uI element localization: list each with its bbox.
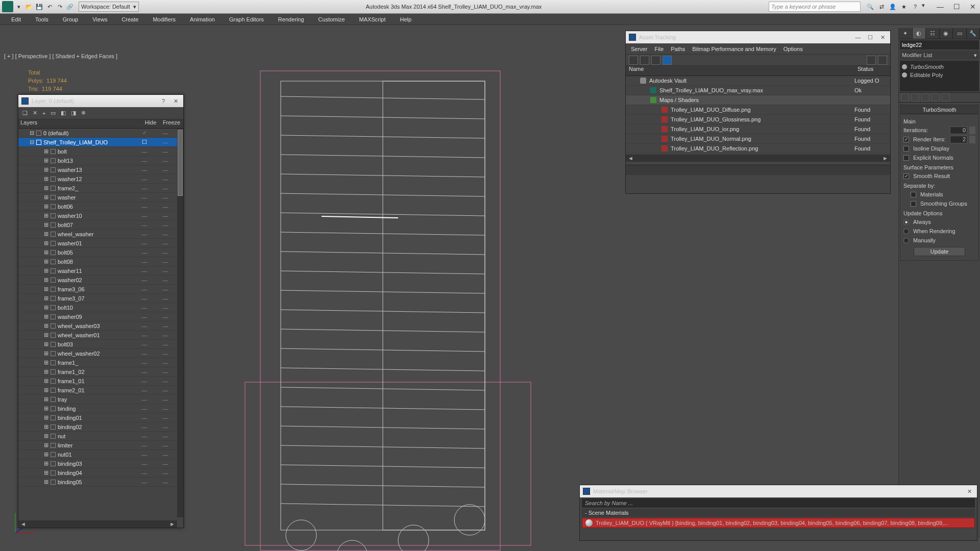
- material-section-header[interactable]: - Scene Materials: [582, 509, 975, 517]
- freeze-layer-icon[interactable]: ❄: [81, 110, 86, 116]
- asset-row[interactable]: Shelf_Trolley_LIAM_DUO_max_vray.maxOk: [626, 86, 890, 95]
- col-freeze[interactable]: Freeze: [160, 119, 183, 128]
- layer-row[interactable]: ⊞binding04——: [18, 468, 177, 478]
- render-iters-spinner-buttons[interactable]: [969, 136, 975, 143]
- layer-row[interactable]: ⊞frame2_01——: [18, 386, 177, 395]
- display-tab-icon[interactable]: ▭: [953, 28, 967, 39]
- viewport-label[interactable]: [ + ] [ Perspective ] [ Shaded + Edged F…: [4, 53, 117, 59]
- new-icon[interactable]: ▾: [14, 2, 23, 11]
- material-search-input[interactable]: Search by Name ...: [582, 498, 975, 508]
- create-tab-icon[interactable]: ✦: [899, 28, 913, 39]
- layer-row[interactable]: ⊞wheel_washer01——: [18, 331, 177, 340]
- asset-row[interactable]: Autodesk VaultLogged O: [626, 76, 890, 86]
- asset-list[interactable]: Autodesk VaultLogged OShelf_Trolley_LIAM…: [626, 76, 890, 154]
- layer-row[interactable]: ⊞wheel_washer——: [18, 230, 177, 239]
- layer-row[interactable]: ⊞frame1_01——: [18, 377, 177, 386]
- menu-views[interactable]: Views: [85, 16, 114, 22]
- asset-detail-view-icon[interactable]: [663, 56, 672, 65]
- stack-item[interactable]: TurboSmooth: [902, 63, 977, 71]
- render-iters-spinner[interactable]: 2: [950, 136, 967, 143]
- menu-edit[interactable]: Edit: [4, 16, 28, 22]
- workspace-selector[interactable]: Workspace: Default ▾: [79, 2, 139, 12]
- layer-row[interactable]: ⊞washer10——: [18, 211, 177, 220]
- stack-item[interactable]: Editable Poly: [902, 71, 977, 79]
- layer-row[interactable]: ⊞bolt05——: [18, 248, 177, 257]
- help-search-input[interactable]: Type a keyword or phrase: [769, 2, 861, 12]
- asset-title-bar[interactable]: Asset Tracking — ☐ ✕: [626, 31, 890, 43]
- asset-row[interactable]: Trolley_LIAM_DUO_Diffuse.pngFound: [626, 105, 890, 115]
- menu-modifiers[interactable]: Modifiers: [145, 16, 183, 22]
- material-close-button[interactable]: ✕: [965, 488, 974, 495]
- bulb-icon[interactable]: [902, 72, 907, 78]
- hide-layer-icon[interactable]: ◨: [71, 110, 76, 116]
- material-title-bar[interactable]: Material/Map Browser ✕: [580, 485, 977, 497]
- layer-tree[interactable]: ⊟0 (default)✓—⊟Shelf_Trolley_LIAM_DUO☐—⊞…: [18, 129, 177, 517]
- save-icon[interactable]: 💾: [35, 2, 44, 11]
- asset-max-button[interactable]: ☐: [866, 34, 875, 41]
- materials-checkbox[interactable]: [911, 192, 916, 197]
- maximize-button[interactable]: ☐: [951, 3, 962, 11]
- menu-tools[interactable]: Tools: [28, 16, 56, 22]
- layer-row[interactable]: ⊞frame1_——: [18, 358, 177, 367]
- rollout-header[interactable]: TurboSmooth: [900, 105, 978, 114]
- layer-row[interactable]: ⊞wheel_washer03——: [18, 321, 177, 331]
- bulb-icon[interactable]: [902, 64, 907, 69]
- layer-row[interactable]: ⊞washer13——: [18, 165, 177, 174]
- manually-radio[interactable]: [903, 238, 909, 243]
- asset-row[interactable]: Trolley_LIAM_DUO_Normal.pngFound: [626, 134, 890, 144]
- delete-layer-icon[interactable]: ✕: [33, 110, 37, 116]
- highlight-layer-icon[interactable]: ◧: [61, 110, 66, 116]
- modifier-stack[interactable]: TurboSmoothEditable Poly: [900, 61, 979, 91]
- favorite-icon[interactable]: ★: [899, 2, 909, 11]
- iterations-spinner[interactable]: 0: [950, 127, 967, 134]
- layer-row[interactable]: ⊞bolt06——: [18, 202, 177, 211]
- asset-row[interactable]: Trolley_LIAM_DUO_Reflection.pngFound: [626, 144, 890, 154]
- comm-icon[interactable]: ⇄: [877, 2, 886, 11]
- asset-list-view-icon[interactable]: [640, 56, 649, 65]
- asset-close-button[interactable]: ✕: [878, 34, 887, 41]
- layer-row[interactable]: ⊞binding02——: [18, 422, 177, 432]
- select-layer-icon[interactable]: ▭: [51, 110, 56, 116]
- layer-row[interactable]: ⊞bolt08——: [18, 257, 177, 266]
- asset-min-button[interactable]: —: [853, 34, 863, 40]
- asset-hscrollbar[interactable]: ◄►: [626, 155, 890, 162]
- asset-row[interactable]: Trolley_LIAM_DUO_ior.pngFound: [626, 124, 890, 134]
- layer-row[interactable]: ⊞frame3_07——: [18, 294, 177, 303]
- layer-row[interactable]: ⊞bolt03——: [18, 340, 177, 349]
- layer-row[interactable]: ⊞washer12——: [18, 174, 177, 184]
- asset-row[interactable]: Maps / Shaders: [626, 95, 890, 105]
- undo-icon[interactable]: ↶: [45, 2, 54, 11]
- search-icon[interactable]: 🔍: [866, 2, 875, 11]
- isoline-checkbox[interactable]: [903, 146, 909, 152]
- smooth-result-checkbox[interactable]: [903, 173, 909, 179]
- signin-icon[interactable]: 👤: [888, 2, 897, 11]
- layer-row[interactable]: ⊞wheel_washer02——: [18, 349, 177, 358]
- layer-row[interactable]: ⊞tray——: [18, 395, 177, 404]
- always-radio[interactable]: [903, 219, 909, 225]
- layer-row[interactable]: ⊞frame3_06——: [18, 285, 177, 294]
- open-icon[interactable]: 📂: [24, 2, 34, 11]
- layer-row[interactable]: ⊞binding05——: [18, 478, 177, 487]
- render-iters-checkbox[interactable]: [903, 137, 909, 142]
- config-icon[interactable]: [942, 93, 950, 102]
- panel-help-button[interactable]: ?: [159, 98, 168, 104]
- asset-col-name[interactable]: Name: [626, 66, 854, 76]
- layer-row[interactable]: ⊞binding——: [18, 404, 177, 413]
- layer-row-selected[interactable]: ⊟Shelf_Trolley_LIAM_DUO☐—: [18, 138, 177, 147]
- material-item[interactable]: Trolley_LIAM_DUO ( VRayMtl ) [binding, b…: [582, 518, 975, 528]
- layer-vscrollbar[interactable]: [177, 129, 183, 517]
- layer-row[interactable]: ⊞limiter——: [18, 441, 177, 450]
- layer-row[interactable]: ⊞frame2_——: [18, 184, 177, 193]
- hierarchy-tab-icon[interactable]: ☷: [926, 28, 940, 39]
- layer-row[interactable]: ⊞binding03——: [18, 459, 177, 468]
- layer-hscrollbar[interactable]: ◄►: [18, 520, 177, 528]
- asset-menu-item[interactable]: Paths: [671, 46, 685, 52]
- smgroups-checkbox[interactable]: [911, 201, 916, 207]
- modifier-list-dropdown[interactable]: Modifier List▾: [900, 51, 979, 60]
- layer-row[interactable]: ⊞bolt——: [18, 147, 177, 156]
- layer-row[interactable]: ⊞washer09——: [18, 312, 177, 321]
- menu-help[interactable]: Help: [393, 16, 419, 22]
- layer-panel-title-bar[interactable]: Layer: 0 (default) ? ✕: [18, 95, 183, 107]
- pin-stack-icon[interactable]: [901, 93, 909, 102]
- menu-graph editors[interactable]: Graph Editors: [222, 16, 271, 22]
